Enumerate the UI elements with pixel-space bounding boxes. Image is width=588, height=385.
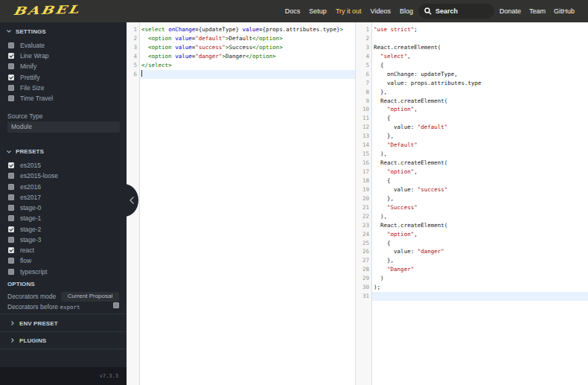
preset-stage-3[interactable]: stage-3 [0, 235, 127, 245]
preset-es2017[interactable]: es2017 [0, 192, 127, 203]
preset-es2015-loose[interactable]: es2015-loose [0, 171, 127, 181]
line-number: 4 [356, 52, 371, 61]
preset-checkbox-stage-3[interactable] [8, 237, 14, 243]
chevron-left-icon [129, 196, 135, 205]
nav-link-blog[interactable]: Blog [400, 7, 413, 15]
line-number: 12 [356, 123, 371, 132]
editor-output-code[interactable]: "use strict";React.createElement( "selec… [372, 22, 588, 385]
setting-line-wrap[interactable]: Line Wrap [0, 51, 127, 61]
code-line [140, 70, 355, 79]
preset-stage-0[interactable]: stage-0 [0, 203, 127, 213]
line-number: 17 [356, 168, 371, 176]
nav-link-try-it-out[interactable]: Try it out [336, 7, 362, 15]
settings-section-header[interactable]: SETTINGS [0, 27, 46, 36]
preset-checkbox-react[interactable] [8, 247, 14, 253]
preset-checkbox-es2017[interactable] [8, 194, 14, 200]
line-number: 2 [356, 34, 371, 43]
code-line: value: "default" [372, 123, 588, 132]
plugins-header[interactable]: PLUGINS [0, 336, 127, 345]
chevron-right-icon [10, 337, 16, 343]
chevron-down-icon [6, 28, 12, 34]
setting-checkbox-file-size[interactable] [8, 85, 14, 91]
nav-links: DocsSetupTry it outVideosBlog [285, 7, 413, 15]
decorators-mode-label: Decorators mode [7, 293, 56, 300]
line-number: 8 [356, 88, 371, 97]
sidebar-collapse-handle[interactable] [110, 184, 138, 217]
setting-checkbox-evaluate[interactable] [8, 42, 14, 48]
preset-checkbox-stage-1[interactable] [8, 215, 14, 221]
setting-time-travel[interactable]: Time Travel [0, 93, 127, 104]
preset-checkbox-stage-2[interactable] [8, 226, 14, 232]
line-number: 10 [356, 105, 371, 114]
nav-link-docs[interactable]: Docs [285, 7, 301, 15]
chevron-down-icon [6, 149, 12, 155]
code-line: </select> [140, 61, 355, 70]
env-preset-section: ENV PRESET [0, 314, 127, 331]
setting-checkbox-minify[interactable] [8, 63, 14, 69]
preset-checkbox-stage-0[interactable] [8, 205, 14, 211]
nav-link-team[interactable]: Team [529, 7, 546, 15]
preset-es2015[interactable]: es2015 [0, 160, 127, 171]
preset-checkbox-typescript[interactable] [8, 269, 14, 275]
preset-checkbox-flow[interactable] [8, 258, 14, 264]
nav-link-setup[interactable]: Setup [309, 7, 327, 15]
code-line: "use strict"; [372, 25, 588, 34]
line-number: 18 [356, 176, 371, 185]
sidebar: SETTINGS EvaluateLine WrapMinifyPrettify… [0, 22, 127, 385]
preset-react[interactable]: react [0, 245, 127, 255]
preset-checkbox-es2016[interactable] [8, 184, 14, 190]
nav-link-videos[interactable]: Videos [371, 7, 391, 15]
line-number: 28 [356, 265, 371, 274]
preset-label: stage-2 [20, 226, 41, 233]
line-number: 29 [356, 274, 371, 283]
preset-label: stage-0 [20, 204, 41, 211]
setting-checkbox-line-wrap[interactable] [8, 53, 14, 59]
presets-section-header[interactable]: PRESETS [0, 147, 44, 156]
setting-evaluate[interactable]: Evaluate [0, 40, 127, 51]
preset-stage-2[interactable]: stage-2 [0, 223, 127, 234]
line-number: 3 [127, 43, 139, 52]
line-number: 7 [356, 79, 371, 88]
preset-checkbox-es2015-loose[interactable] [8, 173, 14, 179]
nav-link-donate[interactable]: Donate [499, 7, 521, 15]
setting-checkbox-prettify[interactable] [8, 74, 14, 80]
nav-link-github[interactable]: GitHub [554, 7, 575, 15]
code-line: onChange: updateType, [372, 70, 588, 79]
setting-checkbox-time-travel[interactable] [8, 95, 14, 101]
preset-stage-1[interactable]: stage-1 [0, 213, 127, 223]
preset-checkbox-es2015[interactable] [8, 162, 14, 168]
babel-logo[interactable]: Babel [12, 3, 81, 18]
setting-file-size[interactable]: File Size [0, 83, 127, 93]
preset-es2016[interactable]: es2016 [0, 181, 127, 191]
editor-input-code[interactable]: <select onChange={updateType} value={pro… [140, 22, 355, 385]
search-box[interactable] [418, 4, 494, 19]
code-line: value: "danger" [372, 247, 588, 256]
options-section-header: OPTIONS [0, 280, 35, 289]
code-line: }, [372, 88, 588, 97]
setting-label: Line Wrap [20, 52, 49, 60]
line-number: 31 [356, 292, 371, 301]
preset-typescript[interactable]: typescript [0, 266, 127, 276]
env-preset-header[interactable]: ENV PRESET [0, 319, 127, 328]
line-number: 23 [356, 221, 371, 230]
editor-input-pane: 123456 <select onChange={updateType} val… [127, 22, 356, 385]
line-number: 1 [127, 25, 139, 34]
search-input[interactable] [435, 7, 488, 15]
decorators-mode-button[interactable]: Current Proposal [61, 292, 119, 302]
code-line: "option", [372, 168, 588, 176]
code-line: ) [372, 274, 588, 283]
code-line: "select", [372, 52, 588, 61]
search-icon [424, 7, 432, 15]
decorators-before-label: Decorators before export [7, 303, 80, 311]
decorators-before-checkbox[interactable] [113, 302, 119, 308]
code-line: value: "success" [372, 185, 588, 194]
code-line: React.createElement( [372, 43, 588, 52]
setting-label: Minify [20, 63, 36, 70]
source-type-select[interactable]: Module [7, 121, 120, 133]
preset-flow[interactable]: flow [0, 255, 127, 266]
code-line: <option value="default">Default</option> [140, 34, 355, 43]
setting-prettify[interactable]: Prettify [0, 72, 127, 83]
setting-minify[interactable]: Minify [0, 61, 127, 71]
setting-label: File Size [20, 84, 45, 92]
code-line: <option value="danger">Danger</option> [140, 52, 355, 61]
